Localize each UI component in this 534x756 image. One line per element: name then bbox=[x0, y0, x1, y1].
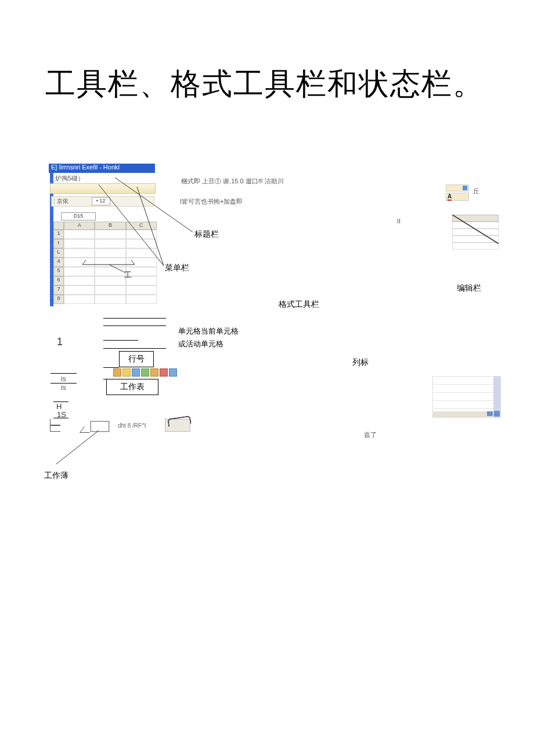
cut-icon[interactable] bbox=[160, 368, 168, 377]
diag-line-icon bbox=[452, 215, 499, 249]
rule-line bbox=[103, 379, 106, 379]
rule-line bbox=[103, 340, 138, 341]
label-format-toolbar: 格式工具栏 bbox=[279, 299, 319, 310]
row-header[interactable]: 5 bbox=[53, 267, 64, 276]
rule-line bbox=[103, 367, 119, 368]
cell[interactable] bbox=[95, 267, 125, 276]
scrollbar-clip bbox=[432, 376, 501, 418]
standard-toolbar bbox=[50, 183, 156, 194]
rule-line bbox=[103, 348, 166, 349]
label-editbar: 编辑栏 bbox=[457, 283, 481, 294]
select-all-cell[interactable] bbox=[53, 222, 64, 230]
copy-icon[interactable] bbox=[169, 368, 177, 377]
cell[interactable] bbox=[95, 248, 125, 258]
cell[interactable] bbox=[95, 276, 125, 285]
is-label-2: is bbox=[61, 384, 66, 392]
preview-icon[interactable] bbox=[150, 368, 158, 377]
row-header[interactable]: 1 bbox=[53, 230, 64, 239]
rule-line bbox=[53, 401, 68, 402]
svg-line-0 bbox=[452, 215, 499, 244]
horizontal-scrollbar[interactable] bbox=[433, 411, 493, 417]
col-header[interactable]: B bbox=[95, 222, 125, 230]
font-color-icon[interactable]: A bbox=[446, 193, 469, 201]
row-header[interactable]: 4 bbox=[53, 258, 64, 267]
svg-line-8 bbox=[49, 431, 99, 464]
cell[interactable] bbox=[64, 285, 95, 295]
cell[interactable] bbox=[126, 258, 157, 267]
vertical-scrollbar[interactable] bbox=[493, 377, 500, 417]
color-picker-clip: A bbox=[446, 185, 469, 202]
cell[interactable] bbox=[95, 285, 125, 295]
cell[interactable] bbox=[64, 239, 95, 248]
label-cell-line1: 单元格当前单元格 bbox=[178, 326, 239, 337]
h-char: H bbox=[56, 402, 62, 411]
cell[interactable] bbox=[95, 295, 125, 304]
save-icon[interactable] bbox=[132, 368, 140, 377]
spreadsheet-grid: A B C 1 r L 4 5 6 7 8 bbox=[53, 222, 157, 305]
sheet-tab-clip[interactable] bbox=[91, 421, 109, 432]
h-mark: II bbox=[397, 218, 400, 225]
cell[interactable] bbox=[64, 258, 95, 267]
cell[interactable] bbox=[126, 295, 157, 304]
row-header[interactable]: 8 bbox=[53, 295, 64, 304]
cell[interactable] bbox=[95, 239, 125, 248]
gong-char: 工 bbox=[124, 270, 132, 280]
box-rownum: 行号 bbox=[119, 351, 154, 367]
label-cell-line2: 或活动单元格 bbox=[178, 339, 223, 349]
cell[interactable] bbox=[126, 248, 157, 258]
row-header[interactable]: 6 bbox=[53, 276, 64, 285]
font-name-label: : 京依 bbox=[53, 197, 68, 205]
zile-text: 兹了 bbox=[364, 431, 377, 439]
is-label-1: is bbox=[61, 375, 66, 383]
label-colhead: 列标 bbox=[352, 357, 369, 368]
box-sheet: 工作表 bbox=[106, 379, 158, 395]
cell[interactable] bbox=[126, 285, 157, 295]
row-header[interactable]: L bbox=[53, 248, 64, 258]
row-header[interactable]: 7 bbox=[53, 285, 64, 295]
row-header[interactable]: r bbox=[53, 239, 64, 248]
sheet-tab-clip2 bbox=[165, 419, 190, 432]
print-icon[interactable] bbox=[141, 368, 149, 377]
col-header[interactable]: A bbox=[64, 222, 95, 230]
one-number: 1 bbox=[57, 336, 63, 348]
label-titlebar: 标题栏 bbox=[194, 229, 219, 240]
new-icon[interactable] bbox=[113, 368, 121, 377]
fill-color-icon[interactable] bbox=[446, 185, 469, 191]
label-menubar: 菜单栏 bbox=[165, 263, 189, 273]
corner-bracket bbox=[50, 425, 60, 432]
rule-line bbox=[50, 383, 77, 384]
cell[interactable] bbox=[95, 258, 125, 267]
qiu-char: 丘 bbox=[473, 187, 479, 196]
sheet-txt: dht 8 /RF^I bbox=[118, 422, 146, 429]
page-title: 工具栏、格式工具栏和状态栏。 bbox=[45, 55, 486, 113]
cell[interactable] bbox=[64, 248, 95, 258]
rule-line bbox=[103, 325, 166, 326]
titlebar: E] Iirrnsnri Exefil - Honkl bbox=[49, 164, 155, 173]
rule-line bbox=[50, 373, 77, 374]
menu-fragment-1: 炉掏5碰） bbox=[55, 174, 84, 183]
name-box[interactable]: D15 bbox=[61, 212, 96, 220]
rule-line bbox=[53, 418, 68, 418]
cell[interactable] bbox=[64, 230, 95, 239]
rule-line bbox=[103, 318, 166, 319]
formatting-toolbar: : 京依 • 12 bbox=[51, 196, 154, 207]
format-note-text: I皆可言也书怖+加盘即 bbox=[180, 197, 243, 206]
cell[interactable] bbox=[64, 295, 95, 304]
col-header[interactable]: C bbox=[126, 222, 157, 230]
cell[interactable] bbox=[126, 230, 157, 239]
label-workbook: 工作薄 bbox=[44, 471, 68, 481]
cell[interactable] bbox=[126, 239, 157, 248]
cell[interactable] bbox=[64, 267, 95, 276]
font-size-box[interactable]: • 12 bbox=[92, 197, 110, 205]
cell[interactable] bbox=[95, 230, 125, 239]
menu-fragment-2: 梱式即 上旦① 谢.15 0 遛口® 沽助川 bbox=[181, 177, 284, 186]
right-grid-clip bbox=[452, 215, 499, 249]
open-icon[interactable] bbox=[122, 368, 131, 377]
cell[interactable] bbox=[64, 276, 95, 285]
